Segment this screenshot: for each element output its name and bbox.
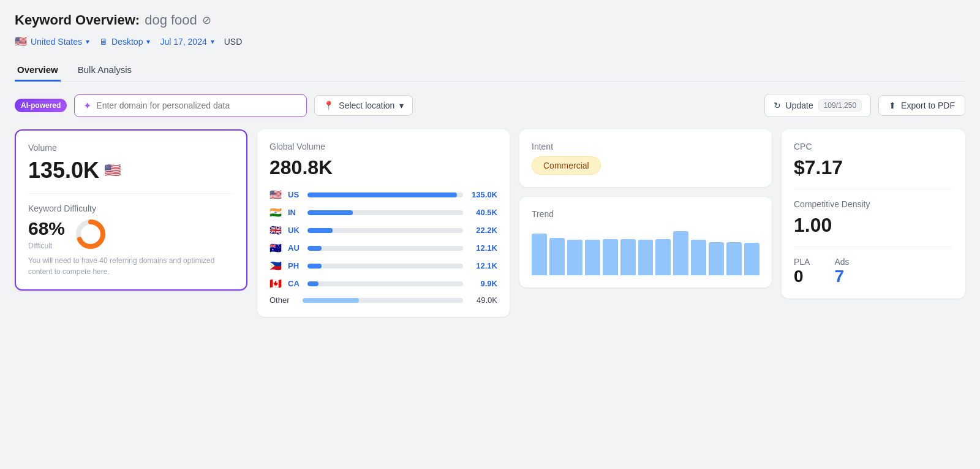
domain-input[interactable] [96, 101, 298, 110]
domain-input-wrapper[interactable]: ✦ [74, 94, 307, 117]
pla-label: PLA [794, 257, 810, 267]
us-value: 135.0K [468, 190, 497, 199]
kd-section: Keyword Difficulty 68% Difficult You wil… [28, 204, 234, 277]
kd-description: You will need to have 40 referring domai… [28, 255, 234, 277]
us-flag-icon: 🇺🇸 [15, 36, 27, 47]
volume-section: Volume 135.0K 🇺🇸 [28, 143, 234, 194]
other-label: Other [270, 296, 298, 305]
refresh-icon: ↻ [774, 101, 781, 110]
kd-value-row: 68% Difficult [28, 218, 234, 250]
update-label: Update [786, 101, 813, 110]
country-row-ca: 🇨🇦 CA 9.9K [270, 278, 497, 289]
pla-value: 0 [794, 267, 810, 286]
ph-bar-track [307, 264, 463, 269]
ads-item: Ads 7 [834, 257, 849, 286]
ads-label: Ads [834, 257, 849, 267]
country-row-us: 🇺🇸 US 135.0K [270, 189, 497, 200]
pla-ads-section: PLA 0 Ads 7 [794, 257, 953, 286]
pla-ads-row: PLA 0 Ads 7 [794, 257, 953, 286]
ca-bar-track [307, 281, 463, 286]
us-bar-track [307, 193, 463, 197]
date-filter[interactable]: Jul 17, 2024 ▾ [160, 37, 214, 47]
uk-flag-icon: 🇬🇧 [270, 224, 283, 236]
uk-bar-track [307, 228, 463, 233]
ph-flag-icon: 🇵🇭 [270, 260, 283, 272]
tab-overview[interactable]: Overview [15, 59, 61, 82]
kd-difficulty-label: Difficult [28, 242, 65, 250]
toolbar: AI-powered ✦ 📍 Select location ▾ ↻ Updat… [15, 94, 965, 117]
export-button[interactable]: ⬆ Export to PDF [878, 95, 965, 116]
currency-label: USD [224, 37, 243, 47]
country-row-ph: 🇵🇭 PH 12.1K [270, 260, 497, 272]
competitive-density-value: 1.00 [794, 214, 953, 237]
country-code-us: US [288, 190, 303, 199]
cards-grid: Volume 135.0K 🇺🇸 Keyword Difficulty 68% … [15, 129, 965, 317]
kd-percent: 68% [28, 218, 65, 239]
device-chevron-icon: ▾ [146, 37, 150, 46]
volume-label: Volume [28, 143, 234, 153]
monitor-icon: 🖥 [99, 37, 108, 47]
export-icon: ⬆ [889, 101, 896, 110]
page-title-query: dog food [145, 12, 197, 28]
global-volume-card: Global Volume 280.8K 🇺🇸 US 135.0K 🇮🇳 IN … [257, 129, 510, 317]
device-label: Desktop [111, 37, 143, 47]
trend-card: Trend [519, 197, 772, 288]
country-code-au: AU [288, 243, 303, 253]
page-header: Keyword Overview: dog food ⊘ [15, 12, 965, 28]
country-row-au: 🇦🇺 AU 12.1K [270, 242, 497, 254]
ca-value: 9.9K [468, 279, 497, 288]
competitive-density-label: Competitive Density [794, 199, 953, 209]
date-label: Jul 17, 2024 [160, 37, 206, 47]
tabs: Overview Bulk Analysis [15, 59, 965, 82]
country-code-ph: PH [288, 261, 303, 270]
au-bar-track [307, 246, 463, 251]
intent-badge: Commercial [532, 156, 601, 175]
verified-icon: ⊘ [202, 13, 211, 27]
country-code-in: IN [288, 208, 303, 217]
ca-flag-icon: 🇨🇦 [270, 278, 283, 289]
tab-bulk-analysis[interactable]: Bulk Analysis [75, 59, 134, 82]
uk-value: 22.2K [468, 226, 497, 235]
location-select-dropdown[interactable]: 📍 Select location ▾ [314, 95, 413, 116]
update-button[interactable]: ↻ Update 109/1,250 [764, 94, 872, 117]
other-value: 49.0K [468, 296, 497, 305]
cpc-label: CPC [794, 142, 953, 151]
global-volume-label: Global Volume [270, 142, 497, 151]
country-code-uk: UK [288, 226, 303, 235]
ph-value: 12.1K [468, 261, 497, 270]
trend-bars [532, 226, 760, 275]
competitive-density-section: Competitive Density 1.00 [794, 199, 953, 247]
location-pin-icon: 📍 [323, 101, 334, 110]
donut-svg [75, 218, 107, 250]
device-filter[interactable]: 🖥 Desktop ▾ [99, 37, 150, 47]
location-filter[interactable]: 🇺🇸 United States ▾ [15, 36, 89, 47]
volume-flag-icon: 🇺🇸 [104, 162, 121, 178]
us-flag-icon: 🇺🇸 [270, 189, 283, 200]
intent-card: Intent Commercial [519, 129, 772, 187]
metrics-card: CPC $7.17 Competitive Density 1.00 PLA 0… [782, 129, 965, 299]
location-select-label: Select location [339, 101, 394, 110]
location-chevron-icon: ▾ [86, 37, 89, 46]
in-flag-icon: 🇮🇳 [270, 207, 283, 218]
intent-label: Intent [532, 142, 760, 151]
location-label: United States [31, 37, 82, 47]
au-flag-icon: 🇦🇺 [270, 242, 283, 254]
cpc-section: CPC $7.17 [794, 142, 953, 189]
export-label: Export to PDF [901, 101, 955, 110]
volume-kd-card: Volume 135.0K 🇺🇸 Keyword Difficulty 68% … [15, 129, 247, 291]
country-row-other: Other 49.0K [270, 296, 497, 305]
country-row-in: 🇮🇳 IN 40.5K [270, 207, 497, 218]
country-rows: 🇺🇸 US 135.0K 🇮🇳 IN 40.5K 🇬🇧 UK 22.2K 🇦🇺 … [270, 189, 497, 305]
global-volume-value: 280.8K [270, 156, 497, 179]
kd-donut-chart [75, 218, 107, 250]
in-value: 40.5K [468, 208, 497, 217]
ads-value: 7 [834, 267, 849, 286]
intent-trend-column: Intent Commercial Trend [519, 129, 772, 288]
country-code-ca: CA [288, 279, 303, 288]
other-bar-track [303, 298, 463, 303]
volume-value: 135.0K 🇺🇸 [28, 158, 234, 183]
filter-bar: 🇺🇸 United States ▾ 🖥 Desktop ▾ Jul 17, 2… [15, 36, 965, 47]
country-row-uk: 🇬🇧 UK 22.2K [270, 224, 497, 236]
page-title-prefix: Keyword Overview: [15, 12, 140, 28]
location-select-chevron-icon: ▾ [399, 101, 404, 110]
